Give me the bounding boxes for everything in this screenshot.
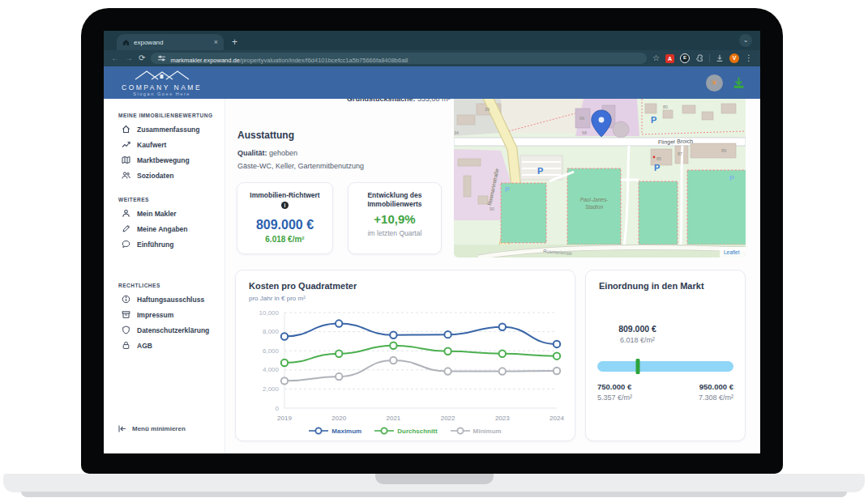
new-tab-button[interactable]: + [232,34,237,50]
laptop-notch [375,474,494,484]
market-max-value: 950.000 € [699,382,733,391]
info-icon[interactable]: i [281,202,289,209]
house-number: 89 [721,148,726,153]
home-icon [122,125,130,134]
tune-icon [158,55,165,62]
collapse-left-icon [118,425,126,432]
richtwert-title: Immobilien-Richtwert i [237,191,332,209]
theme-sun-button[interactable]: ☀ [706,74,723,92]
sidebar: MEINE IMMOBILIENBEWERTUNG Zusammenfassun… [104,99,225,453]
page: expowand × + ⌄ ← → ⟳ markmakler.expowand… [0,0,868,498]
legend-item[interactable]: Maximum [309,427,361,435]
house-number: 85 [656,156,661,161]
svg-text:6,000: 6,000 [263,347,280,355]
sidebar-item-zusammenfassung[interactable]: Zusammenfassung [104,121,224,137]
sidebar-item-marktbewegung[interactable]: Marktbewegung [104,152,224,168]
menu-minimize-label: Menü minimieren [132,425,186,432]
house-number: 39 [485,107,490,112]
stadium-label-1: Paul-Janes- [580,197,609,202]
company-name: COMPANY NAME [122,83,202,92]
market-title: Einordnung in den Markt [599,281,704,291]
grundstuecksflaeche-value: 335,00 m² [416,99,451,103]
quality-label: Qualität: [237,149,267,157]
sidebar-item-kaufwert[interactable]: Kaufwert [104,137,224,152]
sidebar-item-meine-angaben[interactable]: Meine Angaben [104,221,224,236]
browser-tabstrip: expowand × + ⌄ [104,31,760,50]
property-map[interactable]: Flinger Broich Rosmarinstraße Rosmariens… [454,99,746,258]
laptop-base [3,474,865,492]
svg-text:2021: 2021 [387,415,401,422]
archive-icon [122,310,130,319]
richtwert-value: 809.000 € [237,218,332,232]
sidebar-item-einfuehrung[interactable]: Einführung [104,236,224,252]
forward-icon[interactable]: → [125,54,133,62]
legend-item[interactable]: Durchschnitt [374,427,437,435]
entwicklung-caption: im letzten Quartal [348,229,441,237]
sidebar-label: Soziodaten [137,172,173,180]
kebab-menu-icon[interactable]: ⋮ [745,54,753,62]
sidebar-label: Einführung [137,240,173,249]
sidebar-section-rechtliches: RECHTLICHES [118,283,224,288]
market-position-card: Einordnung in den Markt 809.000 € 6.018 … [585,270,746,441]
house-number: 87 [678,151,682,156]
browser-window: expowand × + ⌄ ← → ⟳ markmakler.expowand… [104,31,760,453]
market-current-group: 809.000 € 6.018 €/m² [618,324,656,344]
parking-icon: P [651,115,656,125]
house-number: 80 [663,104,668,109]
sidebar-label: Zusammenfassung [137,126,199,134]
house-number: 68 [582,130,587,135]
leaflet-attribution[interactable]: Leaflet [720,247,746,258]
map-canvas: Flinger Broich Rosmarinstraße Rosmariens… [454,99,746,258]
sidebar-item-soziodaten[interactable]: Soziodaten [104,168,224,183]
chart-subtitle: pro Jahr in € pro m² [249,295,306,302]
reload-icon[interactable]: ⟳ [139,54,145,62]
sidebar-item-agb[interactable]: AGB [104,338,224,353]
download-report-button[interactable] [732,76,746,90]
company-logo: COMPANY NAME Slogan Goes Here [122,69,202,96]
svg-text:0: 0 [276,405,280,412]
url-bar[interactable]: markmakler.expowand.de/propertyvaluation… [151,53,647,64]
sidebar-item-datenschutz[interactable]: Datenschutzerklärung [104,322,224,338]
pdf-extension-icon[interactable]: A [665,54,674,63]
sidebar-label: Datenschutzerklärung [137,326,209,334]
people-icon [122,171,130,180]
downloads-icon[interactable] [716,54,724,62]
richtwert-card: Immobilien-Richtwert i 809.000 € 6.018 €… [237,182,333,254]
sidebar-label: Kaufwert [137,141,166,149]
puzzle-extensions-icon[interactable] [695,54,703,62]
url-domain: markmakler.expowand.de [170,57,239,64]
sidebar-label: Mein Makler [137,210,177,218]
company-slogan: Slogan Goes Here [122,92,202,96]
extension-badge-icon[interactable]: E [680,53,690,63]
svg-text:Leaflet: Leaflet [724,249,740,255]
market-current-value: 809.000 € [618,324,656,334]
svg-text:10,000: 10,000 [259,309,280,317]
svg-text:2,000: 2,000 [263,385,280,393]
bookmark-star-icon[interactable]: ☆ [652,54,660,62]
svg-text:2024: 2024 [549,415,564,422]
profile-avatar[interactable]: V [729,53,739,63]
chart-title: Kosten pro Quadratmeter [249,281,357,291]
market-max-sqm: 7.308 €/m² [699,394,733,402]
svg-text:2023: 2023 [495,415,510,422]
ausstattung-heading: Ausstattung [237,130,294,141]
svg-text:8,000: 8,000 [263,328,280,335]
entwicklung-card: Entwicklung des Immobilienwerts +10,9% i… [348,182,442,254]
tab-close-icon[interactable]: × [214,38,218,46]
chart-body: 02,0004,0006,0008,00010,0002019202020212… [242,306,570,431]
browser-tab[interactable]: expowand × [117,34,224,50]
window-chevron-icon[interactable]: ⌄ [739,34,752,47]
chart-legend: MaximumDurchschnittMinimum [236,427,575,435]
sidebar-item-haftungsausschluss[interactable]: Haftungsausschluss [104,292,224,307]
menu-minimize-button[interactable]: Menü minimieren [104,425,186,432]
sidebar-item-mein-makler[interactable]: Mein Makler [104,206,224,221]
entwicklung-title: Entwicklung des Immobilienwerts [348,191,441,209]
laptop-base-lip [21,492,847,497]
sidebar-item-impressum[interactable]: Impressum [104,307,224,322]
parking-icon: P [729,174,734,182]
back-icon[interactable]: ← [111,54,119,62]
tab-title: expowand [134,39,210,46]
kosten-chart-svg: 02,0004,0006,0008,00010,0002019202020212… [242,306,570,428]
legend-item[interactable]: Minimum [451,427,502,435]
trend-up-icon [122,140,130,149]
